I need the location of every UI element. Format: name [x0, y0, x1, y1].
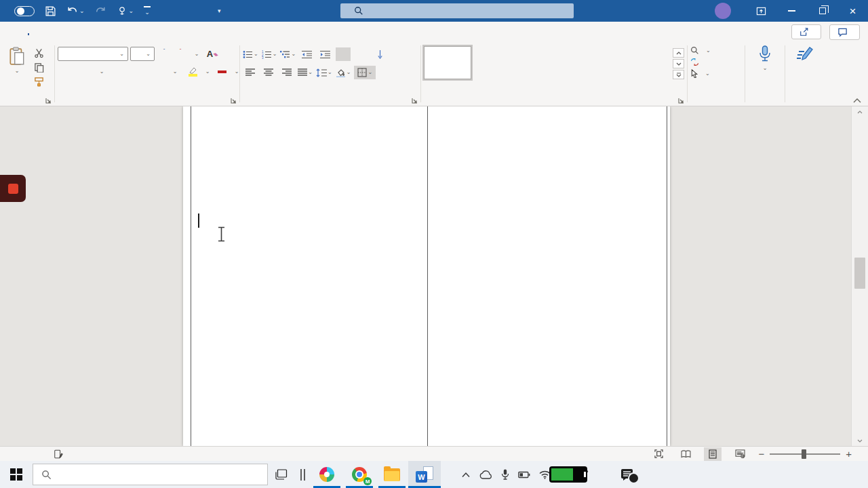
web-layout-button[interactable]	[731, 447, 749, 461]
tab-mailings[interactable]	[133, 22, 152, 42]
tab-help[interactable]	[190, 22, 209, 42]
action-center-button[interactable]	[612, 461, 642, 488]
style-title[interactable]	[622, 46, 669, 79]
microphone-icon[interactable]	[501, 469, 509, 480]
font-dialog-launcher[interactable]	[231, 98, 237, 104]
change-case-button[interactable]: ⌄	[189, 47, 203, 61]
start-button[interactable]	[0, 461, 33, 488]
subscript-button[interactable]	[131, 65, 145, 79]
styles-gallery-more-button[interactable]	[673, 70, 684, 79]
select-button[interactable]: ⌄	[690, 69, 742, 78]
numbering-button[interactable]: 123⌄	[262, 47, 277, 61]
ribbon-search-box[interactable]	[340, 3, 574, 18]
vertical-scrollbar[interactable]	[851, 106, 868, 446]
bullets-button[interactable]: ⌄	[243, 47, 258, 61]
format-painter-icon[interactable]	[34, 77, 44, 87]
minimize-button[interactable]	[776, 0, 807, 22]
dictate-dropdown-arrow[interactable]: ⌄	[763, 66, 768, 71]
touch-mouse-mode-button[interactable]: ⌄	[117, 5, 134, 16]
highlight-dropdown-arrow[interactable]: ⌄	[204, 65, 211, 79]
undo-button[interactable]: ⌄	[66, 5, 85, 17]
grow-font-button[interactable]: ˆ	[157, 47, 171, 61]
replace-button[interactable]	[690, 58, 742, 66]
sort-button[interactable]	[372, 47, 387, 61]
line-spacing-button[interactable]: ⌄	[316, 66, 332, 79]
task-view-button[interactable]	[268, 461, 295, 488]
search-input[interactable]	[371, 6, 520, 16]
tab-table-design[interactable]	[209, 22, 228, 42]
right-to-left-text-direction-button[interactable]	[354, 47, 369, 61]
text-effects-button[interactable]: ⌄	[167, 65, 182, 79]
borders-button[interactable]: ⌄	[354, 66, 376, 79]
style-heading-2[interactable]	[572, 46, 620, 79]
read-mode-button[interactable]	[677, 447, 694, 461]
taskbar-app-chrome[interactable]: M	[343, 461, 376, 488]
zoom-slider-handle[interactable]	[802, 449, 806, 459]
undo-dropdown-arrow[interactable]: ⌄	[79, 7, 85, 14]
tab-draw[interactable]	[57, 22, 76, 42]
editor-button[interactable]	[796, 45, 814, 64]
cut-icon[interactable]	[34, 48, 44, 58]
tab-view[interactable]	[171, 22, 190, 42]
zoom-in-button[interactable]: +	[846, 448, 852, 460]
increase-indent-button[interactable]	[317, 47, 332, 61]
taskbar-app-file-explorer[interactable]	[376, 461, 408, 488]
style-heading-1[interactable]	[523, 46, 570, 79]
scroll-up-button[interactable]	[852, 106, 868, 117]
paragraph-dialog-launcher[interactable]	[412, 98, 418, 104]
share-button[interactable]	[791, 24, 821, 39]
multilevel-list-button[interactable]: ⌄	[280, 47, 296, 61]
tab-insert[interactable]	[38, 22, 57, 42]
style-normal[interactable]	[424, 46, 471, 79]
comments-button[interactable]	[829, 24, 860, 40]
taskbar-app-slack[interactable]	[311, 461, 343, 488]
copy-icon[interactable]	[34, 62, 44, 73]
superscript-button[interactable]	[149, 65, 163, 79]
collapse-ribbon-button[interactable]	[853, 98, 861, 103]
tab-table-layout[interactable]	[228, 22, 247, 42]
scroll-down-button[interactable]	[852, 435, 868, 446]
user-avatar[interactable]	[715, 3, 731, 19]
highlight-color-button[interactable]	[186, 65, 200, 79]
tab-design[interactable]	[76, 22, 95, 42]
focus-mode-button[interactable]	[654, 449, 667, 458]
clipboard-dialog-launcher[interactable]	[45, 98, 52, 104]
left-to-right-text-direction-button[interactable]	[336, 47, 351, 61]
show-hide-formatting-button[interactable]	[391, 47, 406, 61]
tab-home[interactable]	[19, 22, 38, 42]
document-title-dropdown-arrow[interactable]: ▾	[218, 7, 221, 14]
find-button[interactable]: ⌄	[690, 46, 742, 55]
hidden-icons-chevron[interactable]	[461, 472, 471, 478]
taskbar-search-box[interactable]	[33, 464, 268, 485]
bold-button[interactable]	[58, 65, 72, 79]
justify-button[interactable]: ⌄	[298, 66, 313, 79]
tab-file[interactable]	[0, 22, 19, 42]
taskbar-search-input[interactable]	[58, 470, 228, 480]
styles-scroll-up-button[interactable]	[673, 48, 684, 58]
dictate-button[interactable]: ⌄	[758, 45, 772, 71]
tab-review[interactable]	[152, 22, 171, 42]
decrease-indent-button[interactable]	[299, 47, 314, 61]
underline-button[interactable]: ⌄	[94, 65, 108, 79]
font-color-dropdown-arrow[interactable]: ⌄	[233, 65, 240, 79]
document-page[interactable]	[183, 106, 670, 446]
onedrive-cloud-icon[interactable]	[479, 470, 492, 479]
autosave-toggle[interactable]	[9, 6, 35, 16]
touch-mode-dropdown-arrow[interactable]: ⌄	[129, 7, 134, 14]
shrink-font-button[interactable]: ˇ	[173, 47, 187, 61]
italic-button[interactable]	[76, 65, 90, 79]
paste-dropdown-arrow[interactable]: ⌄	[15, 68, 20, 74]
paste-button[interactable]: ⌄	[3, 45, 31, 94]
proofing-status[interactable]	[54, 449, 63, 459]
clear-formatting-button[interactable]: A▰	[205, 47, 220, 61]
font-color-button[interactable]	[215, 65, 229, 79]
document-title[interactable]: ▾	[213, 7, 221, 14]
restore-button[interactable]	[807, 0, 837, 22]
save-button[interactable]	[45, 5, 56, 17]
strikethrough-button[interactable]	[113, 65, 127, 79]
customize-quick-access-toolbar-button[interactable]: ⌄	[144, 6, 151, 16]
taskbar-app-word[interactable]: W	[408, 461, 441, 488]
scrollbar-thumb[interactable]	[854, 258, 865, 289]
styles-dialog-launcher[interactable]	[678, 98, 684, 104]
ribbon-display-options-button[interactable]	[746, 0, 776, 22]
